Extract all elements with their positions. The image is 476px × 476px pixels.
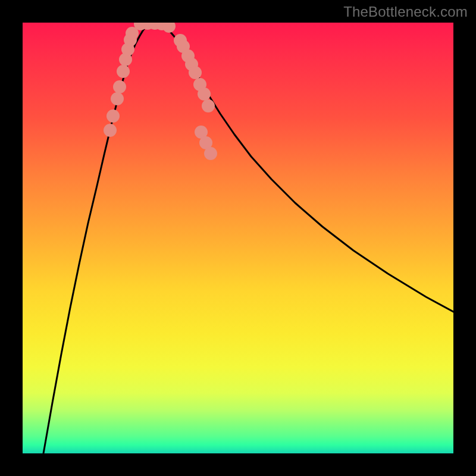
data-dot [162,23,176,33]
data-dot [107,109,120,123]
data-dot [111,92,124,105]
watermark-text: TheBottleneck.com [343,4,468,20]
data-dot [202,99,215,112]
curve-left-branch [43,23,150,453]
plot-area [23,23,453,453]
data-dot [198,87,211,101]
data-dot [113,80,126,93]
data-dot [204,147,217,160]
chart-svg [23,23,453,453]
data-dot [189,66,202,79]
data-dot [104,124,117,137]
data-dot [117,65,130,78]
chart-frame: TheBottleneck.com [0,0,476,476]
